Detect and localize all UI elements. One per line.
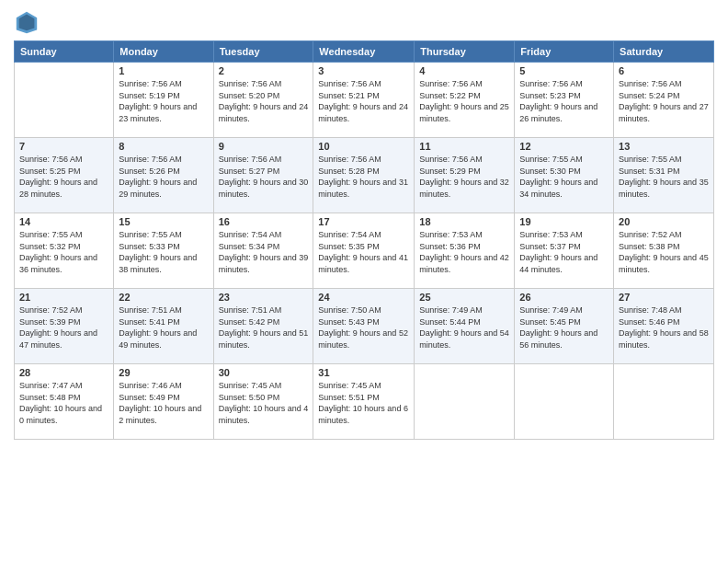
day-info: Sunrise: 7:53 AMSunset: 5:36 PMDaylight:… <box>419 229 509 275</box>
day-number: 19 <box>519 216 609 227</box>
day-number: 9 <box>219 141 309 152</box>
day-cell: 11Sunrise: 7:56 AMSunset: 5:29 PMDayligh… <box>415 138 515 213</box>
day-info: Sunrise: 7:55 AMSunset: 5:33 PMDaylight:… <box>119 229 208 275</box>
calendar-page: SundayMondayTuesdayWednesdayThursdayFrid… <box>0 0 728 563</box>
day-cell <box>515 364 614 440</box>
day-number: 25 <box>419 292 509 303</box>
day-info: Sunrise: 7:51 AMSunset: 5:41 PMDaylight:… <box>119 304 208 350</box>
day-cell <box>415 364 515 440</box>
day-info: Sunrise: 7:56 AMSunset: 5:19 PMDaylight:… <box>119 78 208 124</box>
page-header <box>14 9 714 35</box>
day-number: 14 <box>19 216 108 227</box>
day-info: Sunrise: 7:47 AMSunset: 5:48 PMDaylight:… <box>19 380 108 426</box>
day-cell <box>15 63 114 138</box>
day-cell: 7Sunrise: 7:56 AMSunset: 5:25 PMDaylight… <box>15 138 114 213</box>
day-info: Sunrise: 7:56 AMSunset: 5:28 PMDaylight:… <box>318 154 409 200</box>
day-info: Sunrise: 7:55 AMSunset: 5:32 PMDaylight:… <box>19 229 108 275</box>
day-number: 7 <box>19 141 108 152</box>
day-info: Sunrise: 7:46 AMSunset: 5:49 PMDaylight:… <box>119 380 208 426</box>
day-cell: 30Sunrise: 7:45 AMSunset: 5:50 PMDayligh… <box>213 364 313 440</box>
day-number: 6 <box>619 65 709 76</box>
week-row-3: 14Sunrise: 7:55 AMSunset: 5:32 PMDayligh… <box>15 213 714 289</box>
header-cell-tuesday: Tuesday <box>213 41 313 63</box>
day-info: Sunrise: 7:56 AMSunset: 5:21 PMDaylight:… <box>318 78 409 124</box>
day-cell: 8Sunrise: 7:56 AMSunset: 5:26 PMDaylight… <box>114 138 213 213</box>
day-cell: 16Sunrise: 7:54 AMSunset: 5:34 PMDayligh… <box>213 213 313 289</box>
day-info: Sunrise: 7:53 AMSunset: 5:37 PMDaylight:… <box>519 229 609 275</box>
day-cell: 27Sunrise: 7:48 AMSunset: 5:46 PMDayligh… <box>614 289 714 364</box>
header-cell-saturday: Saturday <box>614 41 714 63</box>
day-number: 1 <box>119 65 208 76</box>
day-number: 12 <box>519 141 609 152</box>
day-info: Sunrise: 7:45 AMSunset: 5:51 PMDaylight:… <box>318 380 409 426</box>
day-number: 27 <box>619 292 709 303</box>
day-cell: 28Sunrise: 7:47 AMSunset: 5:48 PMDayligh… <box>15 364 114 440</box>
day-cell: 31Sunrise: 7:45 AMSunset: 5:51 PMDayligh… <box>313 364 415 440</box>
day-number: 30 <box>219 367 309 378</box>
day-cell: 18Sunrise: 7:53 AMSunset: 5:36 PMDayligh… <box>415 213 515 289</box>
day-info: Sunrise: 7:56 AMSunset: 5:27 PMDaylight:… <box>219 154 309 200</box>
day-info: Sunrise: 7:56 AMSunset: 5:26 PMDaylight:… <box>119 154 208 200</box>
day-number: 4 <box>419 65 509 76</box>
header-cell-thursday: Thursday <box>415 41 515 63</box>
day-cell: 26Sunrise: 7:49 AMSunset: 5:45 PMDayligh… <box>515 289 614 364</box>
day-info: Sunrise: 7:56 AMSunset: 5:29 PMDaylight:… <box>419 154 509 200</box>
day-number: 3 <box>318 65 409 76</box>
day-cell: 29Sunrise: 7:46 AMSunset: 5:49 PMDayligh… <box>114 364 213 440</box>
day-cell: 6Sunrise: 7:56 AMSunset: 5:24 PMDaylight… <box>614 63 714 138</box>
day-number: 28 <box>19 367 108 378</box>
header-cell-friday: Friday <box>515 41 614 63</box>
logo <box>14 9 43 35</box>
week-row-5: 28Sunrise: 7:47 AMSunset: 5:48 PMDayligh… <box>15 364 714 440</box>
day-info: Sunrise: 7:50 AMSunset: 5:43 PMDaylight:… <box>318 304 409 350</box>
day-info: Sunrise: 7:54 AMSunset: 5:34 PMDaylight:… <box>219 229 309 275</box>
day-number: 18 <box>419 216 509 227</box>
day-info: Sunrise: 7:56 AMSunset: 5:24 PMDaylight:… <box>619 78 709 124</box>
day-number: 26 <box>519 292 609 303</box>
header-cell-sunday: Sunday <box>15 41 114 63</box>
day-cell: 20Sunrise: 7:52 AMSunset: 5:38 PMDayligh… <box>614 213 714 289</box>
day-cell: 17Sunrise: 7:54 AMSunset: 5:35 PMDayligh… <box>313 213 415 289</box>
day-number: 17 <box>318 216 409 227</box>
day-number: 31 <box>318 367 409 378</box>
day-cell: 9Sunrise: 7:56 AMSunset: 5:27 PMDaylight… <box>213 138 313 213</box>
day-cell: 12Sunrise: 7:55 AMSunset: 5:30 PMDayligh… <box>515 138 614 213</box>
day-info: Sunrise: 7:56 AMSunset: 5:25 PMDaylight:… <box>19 154 108 200</box>
week-row-1: 1Sunrise: 7:56 AMSunset: 5:19 PMDaylight… <box>15 63 714 138</box>
day-number: 22 <box>119 292 208 303</box>
day-info: Sunrise: 7:49 AMSunset: 5:45 PMDaylight:… <box>519 304 609 350</box>
calendar-table: SundayMondayTuesdayWednesdayThursdayFrid… <box>14 40 714 440</box>
day-cell: 1Sunrise: 7:56 AMSunset: 5:19 PMDaylight… <box>114 63 213 138</box>
day-cell: 19Sunrise: 7:53 AMSunset: 5:37 PMDayligh… <box>515 213 614 289</box>
day-number: 21 <box>19 292 108 303</box>
day-cell: 10Sunrise: 7:56 AMSunset: 5:28 PMDayligh… <box>313 138 415 213</box>
day-info: Sunrise: 7:56 AMSunset: 5:22 PMDaylight:… <box>419 78 509 124</box>
day-cell: 13Sunrise: 7:55 AMSunset: 5:31 PMDayligh… <box>614 138 714 213</box>
day-cell: 15Sunrise: 7:55 AMSunset: 5:33 PMDayligh… <box>114 213 213 289</box>
day-info: Sunrise: 7:51 AMSunset: 5:42 PMDaylight:… <box>219 304 309 350</box>
day-cell: 3Sunrise: 7:56 AMSunset: 5:21 PMDaylight… <box>313 63 415 138</box>
header-row: SundayMondayTuesdayWednesdayThursdayFrid… <box>15 41 714 63</box>
day-cell: 22Sunrise: 7:51 AMSunset: 5:41 PMDayligh… <box>114 289 213 364</box>
day-info: Sunrise: 7:56 AMSunset: 5:23 PMDaylight:… <box>519 78 609 124</box>
day-number: 20 <box>619 216 709 227</box>
day-info: Sunrise: 7:55 AMSunset: 5:31 PMDaylight:… <box>619 154 709 200</box>
day-cell: 24Sunrise: 7:50 AMSunset: 5:43 PMDayligh… <box>313 289 415 364</box>
day-info: Sunrise: 7:48 AMSunset: 5:46 PMDaylight:… <box>619 304 709 350</box>
day-cell: 23Sunrise: 7:51 AMSunset: 5:42 PMDayligh… <box>213 289 313 364</box>
day-number: 5 <box>519 65 609 76</box>
day-number: 11 <box>419 141 509 152</box>
day-number: 8 <box>119 141 208 152</box>
day-number: 16 <box>219 216 309 227</box>
week-row-2: 7Sunrise: 7:56 AMSunset: 5:25 PMDaylight… <box>15 138 714 213</box>
day-cell: 21Sunrise: 7:52 AMSunset: 5:39 PMDayligh… <box>15 289 114 364</box>
day-info: Sunrise: 7:54 AMSunset: 5:35 PMDaylight:… <box>318 229 409 275</box>
day-cell: 25Sunrise: 7:49 AMSunset: 5:44 PMDayligh… <box>415 289 515 364</box>
day-number: 10 <box>318 141 409 152</box>
day-number: 2 <box>219 65 309 76</box>
day-info: Sunrise: 7:55 AMSunset: 5:30 PMDaylight:… <box>519 154 609 200</box>
day-number: 23 <box>219 292 309 303</box>
day-info: Sunrise: 7:52 AMSunset: 5:39 PMDaylight:… <box>19 304 108 350</box>
week-row-4: 21Sunrise: 7:52 AMSunset: 5:39 PMDayligh… <box>15 289 714 364</box>
day-info: Sunrise: 7:52 AMSunset: 5:38 PMDaylight:… <box>619 229 709 275</box>
